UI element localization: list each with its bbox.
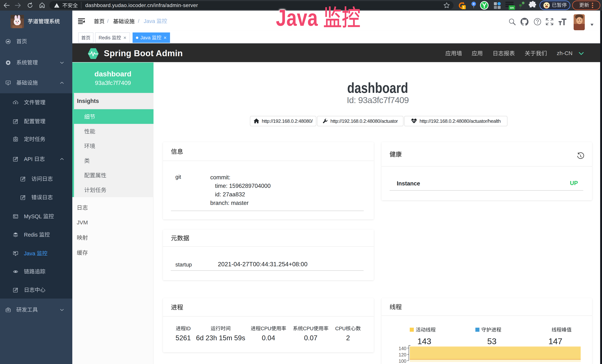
svg-text:on: on <box>510 6 514 10</box>
svg-text:1: 1 <box>463 6 464 9</box>
